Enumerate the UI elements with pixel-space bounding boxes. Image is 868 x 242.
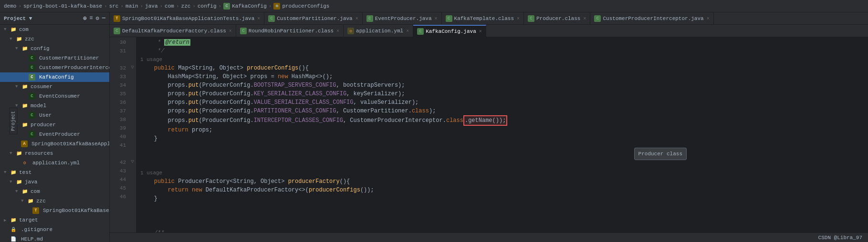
sync-icon[interactable]: ⊕ <box>83 15 86 22</box>
breadcrumb-demo[interactable]: demo <box>4 3 16 9</box>
tab-close-kt[interactable]: × <box>517 16 520 21</box>
settings-icon[interactable]: ⚙ <box>96 15 99 22</box>
tab-label-rr: RoundRobinPartitioner.class <box>249 28 334 34</box>
tree-item-springboot-app[interactable]: A SpringBoot01KafkaBaseApplication <box>0 139 109 149</box>
tree-item-cosumer[interactable]: ▼ 📁 cosumer <box>0 82 109 91</box>
tree-item-zzc2[interactable]: ▼ 📁 zzc <box>0 196 109 206</box>
tab-icon-ep: C <box>366 15 373 22</box>
tree-item-zzc[interactable]: ▼ 📁 zzc <box>0 34 109 44</box>
code-line-39: return props; <box>140 126 864 134</box>
code-line-37: props.put(ProducerConfig.PARTITIONER_CLA… <box>140 107 864 115</box>
tree-item-application-yml[interactable]: ⚙ application.yml <box>0 158 109 168</box>
breadcrumb-config[interactable]: config <box>198 3 217 9</box>
tab-close-kc[interactable]: × <box>479 29 482 34</box>
tree-item-java2[interactable]: ▼ 📁 java <box>0 177 109 187</box>
tree-item-gitignore[interactable]: 🔒 .gitignore <box>0 225 109 234</box>
tab-label-dk: DefaultKafkaProducerFactory.class <box>122 28 226 34</box>
tree-item-config[interactable]: ▼ 📁 config <box>0 44 109 53</box>
breadcrumb: demo › spring-boot-01-kafka-base › src ›… <box>0 0 868 12</box>
code-line-30: * @return <box>140 38 864 47</box>
tree-item-com[interactable]: ▼ 📁 com <box>0 25 109 34</box>
tab-label-kt: KafkaTemplate.class <box>454 16 514 21</box>
tab-close-tests[interactable]: × <box>257 16 260 21</box>
code-line-31: */ <box>140 47 864 55</box>
tab-close-cp[interactable]: × <box>356 16 358 21</box>
tab-label-ep: EventProducer.java <box>375 16 432 21</box>
code-content[interactable]: * @return */ 1 usage public Map<String, … <box>136 37 868 232</box>
tab-close-ep[interactable]: × <box>435 16 438 21</box>
tab-icon-cpi: C <box>594 15 601 22</box>
tab-appyml[interactable]: ⚙ application.yml × <box>344 25 413 37</box>
tab-label-kc: KafkaConfig.java <box>426 29 476 34</box>
code-line-46: /** <box>140 229 864 232</box>
tab-cpi[interactable]: C CustomerProducerInterceptor.java × <box>590 12 713 25</box>
minimize-icon[interactable]: — <box>102 15 105 22</box>
code-editor[interactable]: 30 31 32 33 34 35 36 37 38 39 40 41 42 4… <box>110 37 868 232</box>
tab-roundrobin[interactable]: C RoundRobinPartitioner.class × <box>236 25 344 37</box>
tab-customerpartitioner[interactable]: C CustomerPartitioner.java × <box>264 12 362 25</box>
code-line-40: } <box>140 134 864 143</box>
code-line-33: HashMap<String, Object> props = new Hash… <box>140 72 864 81</box>
status-bar: CSDN @Libra_97 <box>110 232 868 242</box>
code-line-34: props.put(ProducerConfig.BOOTSTRAP_SERVE… <box>140 81 864 90</box>
tab-close-yml[interactable]: × <box>406 29 409 34</box>
tab-bar-row1: T SpringBoot01KafkaBaseApplicationTests.… <box>110 12 868 25</box>
tab-label-yml: application.yml <box>356 28 403 34</box>
breadcrumb-project[interactable]: spring-boot-01-kafka-base <box>23 3 102 9</box>
line-numbers: 30 31 32 33 34 35 36 37 38 39 40 41 42 4… <box>110 37 129 232</box>
tab-icon-kc: C <box>417 28 424 35</box>
tab-close-rr[interactable]: × <box>336 29 339 34</box>
collapse-icon[interactable]: ≡ <box>89 15 93 22</box>
tree-item-eventconsumer[interactable]: C EventConsumer <box>0 91 109 101</box>
sidebar-header: Project ▼ ⊕ ≡ ⚙ — <box>0 12 109 25</box>
tab-label-tests: SpringBoot01KafkaBaseApplicationTests.ja… <box>122 16 254 21</box>
tab-icon-tests: T <box>114 15 120 22</box>
project-label: Project <box>10 108 18 134</box>
breadcrumb-com[interactable]: com <box>165 3 174 9</box>
tree-item-kafkaconfig[interactable]: C KafkaConfig <box>0 72 109 82</box>
tab-label-producer: Producer.class <box>536 16 580 21</box>
breadcrumb-producerconfigs-icon: m <box>273 3 280 10</box>
breadcrumb-kafkaconfig[interactable]: KafkaConfig <box>232 3 267 9</box>
tab-kafkaconfig[interactable]: C KafkaConfig.java × <box>413 25 486 37</box>
breadcrumb-main[interactable]: main <box>125 3 138 9</box>
tree-item-resources[interactable]: ▼ 📁 resources <box>0 149 109 158</box>
tab-springboot-tests[interactable]: T SpringBoot01KafkaBaseApplicationTests.… <box>110 12 264 25</box>
code-line-41 <box>140 143 864 169</box>
tab-icon-dk: C <box>114 28 120 34</box>
tree-item-com2[interactable]: ▼ 📁 com <box>0 187 109 196</box>
fold-arrow-42[interactable]: ▽ <box>129 157 136 166</box>
tree-item-springboot-tests[interactable]: T SpringBoot01KafkaBaseApplicationTests <box>0 206 109 215</box>
editor-panel: T SpringBoot01KafkaBaseApplicationTests.… <box>110 12 868 242</box>
tab-producer[interactable]: C Producer.class × <box>524 12 590 25</box>
code-line-45 <box>140 203 864 229</box>
tree-item-helpmd[interactable]: 📄 HELP.md <box>0 234 109 242</box>
tab-close-cpi[interactable]: × <box>707 16 710 21</box>
tab-icon-producer: C <box>528 15 534 22</box>
tree-item-test[interactable]: ▼ 📁 test <box>0 168 109 177</box>
tree-item-target[interactable]: ▶ 📁 target <box>0 215 109 225</box>
gutter: ▽ ▽ <box>129 37 136 232</box>
tab-icon-yml: ⚙ <box>347 28 354 34</box>
breadcrumb-producerconfigs[interactable]: producerConfigs <box>282 3 329 9</box>
code-line-32: public Map<String, Object> producerConfi… <box>140 64 864 72</box>
producer-class-highlight: .getName()); <box>463 115 507 126</box>
tab-label-cp: CustomerPartitioner.java <box>277 16 352 21</box>
tab-eventproducer[interactable]: C EventProducer.java × <box>363 12 442 25</box>
tab-close-producer[interactable]: × <box>583 16 586 21</box>
tab-kafkatemplate[interactable]: C KafkaTemplate.class × <box>442 12 524 25</box>
tab-icon-rr: C <box>240 28 247 34</box>
code-line-36: props.put(ProducerConfig.VALUE_SERIALIZE… <box>140 98 864 107</box>
breadcrumb-src[interactable]: src <box>109 3 119 9</box>
breadcrumb-java[interactable]: java <box>145 3 157 9</box>
tab-label-cpi: CustomerProducerInterceptor.java <box>603 16 703 21</box>
tab-close-dk[interactable]: × <box>229 29 232 34</box>
tree-item-customerpartitioner[interactable]: C CustomerPartitioner <box>0 53 109 63</box>
tab-defaultkafka[interactable]: C DefaultKafkaProducerFactory.class × <box>110 25 236 37</box>
fold-arrow-32[interactable]: ▽ <box>129 63 136 71</box>
tree-item-customerproducerinterceptor[interactable]: C CustomerProducerInterceptor <box>0 63 109 72</box>
status-text: CSDN @Libra_97 <box>818 235 862 241</box>
usage-line-1: 1 usage <box>140 55 864 64</box>
usage-line-2: 1 usage <box>140 169 864 177</box>
breadcrumb-zzc[interactable]: zzc <box>181 3 191 9</box>
